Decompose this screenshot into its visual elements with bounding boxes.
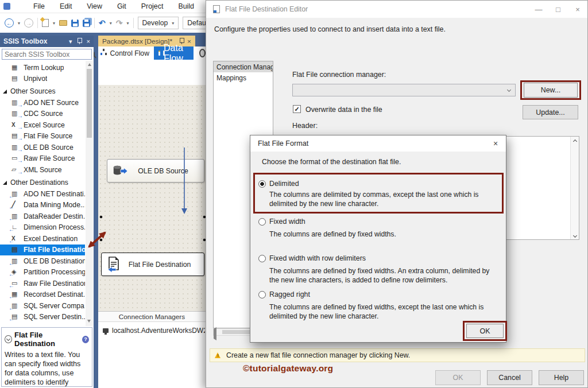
- data-mining-icon: [11, 201, 20, 209]
- scroll-down-icon[interactable]: [572, 234, 577, 238]
- cancel-button[interactable]: Cancel: [487, 370, 532, 385]
- new-item-icon[interactable]: [42, 19, 49, 27]
- new-button[interactable]: New...: [524, 83, 578, 98]
- radio-fixed-width[interactable]: [258, 218, 266, 226]
- toolbox-item-datareader-destination[interactable]: DataReader Destin...: [0, 211, 85, 222]
- new-item-dropdown-icon[interactable]: [53, 21, 55, 26]
- chevron-down-icon: [507, 87, 511, 91]
- collapse-chevron-icon[interactable]: [5, 335, 12, 343]
- toolbox-scrollbar[interactable]: [86, 61, 93, 326]
- connection-manager-item[interactable]: localhost.AdventureWorksDW20: [103, 327, 205, 335]
- page-connection-manager[interactable]: Connection Manager: [214, 61, 273, 72]
- option-fixed-width-row-delimiters[interactable]: Fixed width with row delimiters: [258, 254, 366, 262]
- scroll-up-icon[interactable]: [88, 63, 91, 66]
- redo-dropdown-icon[interactable]: [127, 21, 129, 26]
- toolbox-item-unpivot[interactable]: Unpivot: [0, 73, 85, 85]
- toolbox-item-sql-server-compact[interactable]: SQL Server Compa...: [0, 300, 85, 312]
- page-mappings[interactable]: Mappings: [214, 72, 273, 83]
- undo-icon[interactable]: [99, 18, 106, 28]
- node-ole-db-source[interactable]: OLE DB Source: [107, 159, 204, 183]
- toolbox-item-excel-source[interactable]: Excel Source: [0, 119, 85, 131]
- toolbox-item-excel-destination[interactable]: Excel Destination: [0, 233, 85, 245]
- save-icon[interactable]: [71, 20, 79, 27]
- configuration-combo[interactable]: Develop: [138, 17, 179, 29]
- search-input[interactable]: [2, 51, 94, 59]
- radio-fixed-width-row-delimiters[interactable]: [258, 255, 266, 262]
- ok-button[interactable]: OK: [435, 370, 481, 385]
- ado-net-destination-icon: [11, 190, 20, 198]
- connection-managers-header[interactable]: Connection Managers: [98, 311, 206, 322]
- watermark-text: ©tutorialgateway.org: [243, 363, 333, 374]
- menu-file[interactable]: File: [33, 2, 45, 10]
- toolbox-item-ado-net-destination[interactable]: ADO NET Destinati...: [0, 188, 85, 200]
- menu-git[interactable]: Git: [117, 2, 126, 10]
- expanded-group-icon: [3, 181, 7, 185]
- option-fixed-width[interactable]: Fixed width: [258, 218, 305, 226]
- close-icon[interactable]: [87, 38, 90, 45]
- search-icon[interactable]: [94, 52, 95, 57]
- menu-edit[interactable]: Edit: [60, 2, 72, 10]
- menu-build[interactable]: Build: [178, 2, 194, 10]
- menu-view[interactable]: View: [87, 2, 102, 10]
- screen: File Edit View Git Project Build Debug F…: [0, 0, 588, 388]
- option-delimited-description: The columns are delimited by commas, exc…: [269, 191, 499, 208]
- toolbox-item-ado-net-source[interactable]: ADO NET Source: [0, 97, 85, 108]
- connection-manager-dropdown[interactable]: [292, 84, 516, 96]
- close-icon[interactable]: [568, 2, 587, 16]
- option-delimited[interactable]: Delimited: [258, 180, 299, 188]
- details-description: Writes to a text file. You can specify f…: [5, 350, 89, 388]
- toolbox-group-other-destinations[interactable]: Other Destinations: [0, 177, 85, 188]
- overwrite-checkbox[interactable]: [293, 105, 301, 113]
- option-ragged-right[interactable]: Ragged right: [258, 290, 310, 298]
- toolbox-item-sql-server-destination[interactable]: SQL Server Destin...: [0, 312, 85, 323]
- add-existing-item-icon[interactable]: [59, 20, 67, 26]
- undo-dropdown-icon[interactable]: [110, 21, 112, 26]
- tab-data-flow[interactable]: Data Flow: [154, 46, 194, 60]
- pin-icon[interactable]: [78, 38, 82, 45]
- toolbox-item-flat-file-source[interactable]: Flat File Source: [0, 131, 85, 142]
- scroll-down-icon[interactable]: [87, 320, 91, 323]
- toolbox-item-ole-db-destination[interactable]: OLE DB Destination: [0, 255, 85, 267]
- tab-control-flow[interactable]: Control Flow: [110, 49, 149, 57]
- maximize-icon[interactable]: [548, 2, 568, 16]
- ok-button[interactable]: OK: [466, 324, 504, 338]
- scroll-up-icon[interactable]: [572, 139, 577, 143]
- textarea-scrollbar[interactable]: [570, 137, 579, 239]
- navigate-back-icon[interactable]: [5, 18, 14, 28]
- toolbox-item-cdc-source[interactable]: CDC Source: [0, 108, 85, 120]
- redo-icon[interactable]: [116, 18, 123, 28]
- cdc-source-icon: [11, 110, 20, 118]
- scroll-left-icon[interactable]: [214, 329, 221, 335]
- radio-delimited[interactable]: [258, 180, 266, 188]
- toolbox-group-other-sources[interactable]: Other Sources: [0, 86, 85, 96]
- task-selector-row: Data Flow Task: Data Flow: [98, 60, 206, 85]
- datareader-destination-icon: [11, 212, 20, 220]
- design-surface[interactable]: OLE DB Source Flat File Destination: [98, 85, 206, 311]
- update-button[interactable]: Update...: [523, 105, 578, 119]
- toolbox-item-xml-source[interactable]: XML Source: [0, 164, 85, 176]
- minimize-icon[interactable]: [529, 2, 548, 16]
- navigate-forward-icon[interactable]: [24, 18, 33, 28]
- node-flat-file-destination[interactable]: Flat File Destination: [101, 253, 204, 276]
- scrollbar-thumb[interactable]: [87, 69, 92, 138]
- toolbox-item-partition-processing[interactable]: Partition Processing: [0, 267, 85, 278]
- scrollbar-thumb[interactable]: [222, 330, 254, 334]
- window-position-icon[interactable]: [69, 38, 72, 45]
- toolbox-item-recordset-destination[interactable]: Recordset Destinat...: [0, 289, 85, 301]
- toolbox-item-raw-file-source[interactable]: Raw File Source: [0, 153, 85, 165]
- save-all-icon[interactable]: [83, 20, 90, 27]
- radio-ragged-right[interactable]: [258, 291, 266, 298]
- toolbox-item-raw-file-destination[interactable]: Raw File Destination: [0, 278, 85, 289]
- parameters-tab-icon[interactable]: [199, 49, 206, 57]
- toolbox-item-flat-file-destination[interactable]: Flat File Destination: [0, 245, 85, 256]
- toolbox-item-dimension-processing[interactable]: Dimension Process...: [0, 222, 85, 234]
- help-button[interactable]: Help: [539, 370, 584, 385]
- toolbox-item-data-mining-model-training[interactable]: Data Mining Mode...: [0, 200, 85, 211]
- toolbox-item-term-lookup[interactable]: Term Lookup: [0, 62, 85, 73]
- dialog-icon: [213, 5, 220, 13]
- menu-project[interactable]: Project: [141, 2, 164, 10]
- close-icon[interactable]: [489, 138, 502, 149]
- back-dropdown-icon[interactable]: [18, 21, 20, 26]
- help-icon[interactable]: ?: [82, 336, 89, 343]
- toolbox-item-ole-db-source[interactable]: OLE DB Source: [0, 142, 85, 153]
